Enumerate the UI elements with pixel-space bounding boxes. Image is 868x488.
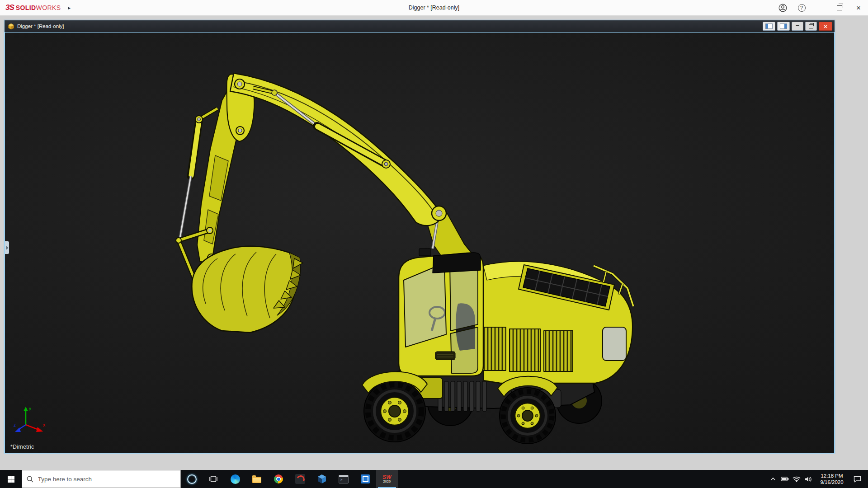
doc-restore-button[interactable]: [805, 22, 817, 31]
network-button[interactable]: [791, 470, 802, 488]
body-deck: [475, 262, 633, 383]
cab: [399, 249, 483, 376]
minimize-button[interactable]: –: [811, 0, 830, 15]
show-desktop-button[interactable]: [865, 470, 868, 488]
close-icon: ×: [856, 4, 861, 12]
console-icon: >_: [339, 475, 349, 483]
view-orientation-label: *Dimetric: [10, 444, 34, 450]
folder-icon: [252, 477, 261, 483]
cortana-icon: [187, 474, 197, 484]
tray-expand-button[interactable]: [767, 470, 779, 488]
pane-right-icon: [780, 23, 787, 29]
minimize-icon: –: [819, 4, 822, 9]
blue-cube-icon: [317, 474, 326, 484]
app-window-title: Digger * [Read-only]: [0, 5, 868, 11]
chevron-up-icon: [770, 477, 776, 481]
task-view-icon: [209, 476, 217, 482]
doc-minimize-button[interactable]: –: [792, 22, 803, 31]
feature-tree-collapse-tab[interactable]: [5, 241, 9, 254]
solidworks-taskbar-icon: SW: [382, 474, 391, 480]
app-button-blue-tile[interactable]: [354, 470, 376, 488]
windows-start-icon: [8, 476, 14, 483]
help-button[interactable]: ?: [792, 0, 811, 15]
solidworks-logo: 3S SOLID WORKS: [5, 3, 61, 12]
blue-tile-app-icon: [361, 474, 370, 483]
start-button[interactable]: [0, 470, 22, 488]
close-button[interactable]: ×: [849, 0, 868, 15]
solidworks-app: 3S SOLID WORKS ▸ Digger * [Read-only] ? …: [0, 0, 868, 488]
doc-close-icon: ×: [824, 23, 827, 30]
cortana-button[interactable]: [181, 470, 203, 488]
account-button[interactable]: [773, 0, 792, 15]
speaker-icon: [805, 476, 812, 482]
solidworks-part-icon: [8, 23, 14, 30]
user-icon: [778, 4, 787, 12]
chevron-right-icon: [6, 246, 9, 250]
help-icon: ?: [798, 4, 806, 12]
orientation-triad[interactable]: y x z: [13, 405, 49, 438]
restore-icon: [837, 5, 842, 10]
restore-button[interactable]: [830, 0, 849, 15]
search-icon: [27, 476, 33, 483]
taskbar-clock[interactable]: 12:18 PM 9/16/2020: [814, 470, 849, 488]
battery-icon: [781, 477, 789, 481]
red-swoosh-app-icon: [295, 474, 305, 484]
system-tray: 12:18 PM 9/16/2020: [767, 470, 868, 488]
axis-z-label: z: [14, 422, 16, 427]
axis-x-label: x: [43, 422, 45, 427]
clock-time: 12:18 PM: [821, 473, 843, 479]
app-titlebar[interactable]: 3S SOLID WORKS ▸ Digger * [Read-only] ? …: [0, 0, 868, 16]
edge-button[interactable]: [224, 470, 246, 488]
boom-arm-group: [176, 73, 483, 280]
pane-right-button[interactable]: [777, 22, 790, 31]
graphics-viewport[interactable]: y x z *Dimetric: [5, 32, 835, 453]
taskbar-search[interactable]: [22, 470, 181, 488]
doc-close-button[interactable]: ×: [819, 22, 832, 31]
solidworks-year-badge: 2020: [383, 480, 391, 483]
document-titlebar[interactable]: Digger * [Read-only] – ×: [5, 20, 835, 32]
chrome-button[interactable]: [268, 470, 289, 488]
volume-button[interactable]: [802, 470, 814, 488]
document-window: Digger * [Read-only] – ×: [4, 20, 835, 454]
wifi-icon: [793, 476, 801, 482]
console-button[interactable]: >_: [333, 470, 354, 488]
pane-left-icon: [765, 23, 773, 29]
chrome-icon: [274, 474, 283, 483]
clock-date: 9/16/2020: [820, 479, 843, 485]
excavator-model[interactable]: [5, 33, 834, 453]
doc-restore-icon: [809, 24, 813, 28]
edge-icon: [231, 474, 240, 484]
document-title: Digger * [Read-only]: [17, 23, 64, 29]
dassault-3s-logo: 3S: [5, 3, 14, 12]
file-explorer-button[interactable]: [246, 470, 268, 488]
search-input[interactable]: [37, 475, 176, 483]
menu-expand-arrow-icon[interactable]: ▸: [68, 5, 71, 11]
battery-button[interactable]: [779, 470, 791, 488]
app-button-cube[interactable]: [311, 470, 333, 488]
task-view-button[interactable]: [203, 470, 224, 488]
app-button-red-swoosh[interactable]: [289, 470, 311, 488]
doc-minimize-icon: –: [796, 24, 799, 27]
windows-taskbar: >_ SW 2020: [0, 470, 868, 488]
bucket: [192, 246, 303, 333]
axis-y-label: y: [29, 406, 31, 411]
solidworks-taskbar-button[interactable]: SW 2020: [376, 470, 398, 488]
action-center-icon: [854, 476, 861, 483]
pane-left-button[interactable]: [763, 22, 775, 31]
action-center-button[interactable]: [849, 470, 865, 488]
